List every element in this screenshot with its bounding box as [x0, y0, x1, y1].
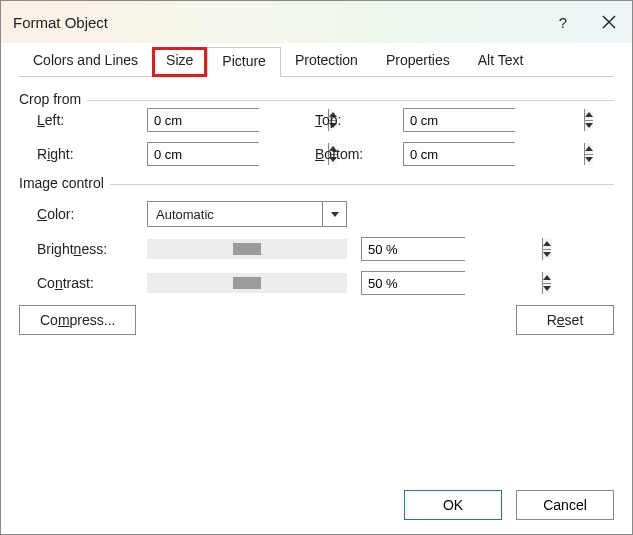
contrast-slider[interactable] [147, 273, 347, 293]
spin-down-icon[interactable] [543, 284, 551, 295]
crop-top-label: Top: [315, 112, 403, 128]
reset-button[interactable]: Reset [516, 305, 614, 335]
brightness-slider[interactable] [147, 239, 347, 259]
spin-up-icon[interactable] [585, 143, 593, 155]
crop-from-section: Crop from [19, 91, 614, 107]
spin-down-icon[interactable] [585, 121, 593, 132]
crop-bottom-label: Bottom: [315, 146, 403, 162]
spin-up-icon[interactable] [585, 109, 593, 121]
brightness-input[interactable] [361, 237, 465, 261]
tab-alt-text[interactable]: Alt Text [464, 47, 538, 77]
ok-button[interactable]: OK [404, 490, 502, 520]
tab-size[interactable]: Size [152, 47, 207, 77]
contrast-input[interactable] [361, 271, 465, 295]
window-title: Format Object [13, 14, 540, 31]
contrast-label: Contrast: [37, 275, 147, 291]
dialog-footer: OK Cancel [1, 476, 632, 534]
close-icon [602, 15, 616, 29]
crop-left-input[interactable] [147, 108, 259, 132]
image-control-section: Image control [19, 175, 614, 191]
brightness-label: Brightness: [37, 241, 147, 257]
close-button[interactable] [586, 1, 632, 43]
crop-left-label: Left: [37, 112, 147, 128]
tab-picture[interactable]: Picture [207, 47, 281, 77]
spin-up-icon[interactable] [543, 238, 551, 250]
help-button[interactable]: ? [540, 1, 586, 43]
tab-bar: Colors and Lines Size Picture Protection… [19, 47, 614, 77]
crop-top-input[interactable] [403, 108, 515, 132]
spin-down-icon[interactable] [585, 155, 593, 166]
slider-thumb[interactable] [233, 277, 261, 289]
color-label: Color: [37, 206, 147, 222]
color-dropdown[interactable]: Automatic [147, 201, 347, 227]
tab-protection[interactable]: Protection [281, 47, 372, 77]
spin-down-icon[interactable] [543, 250, 551, 261]
crop-bottom-input[interactable] [403, 142, 515, 166]
compress-button[interactable]: Compress... [19, 305, 136, 335]
slider-thumb[interactable] [233, 243, 261, 255]
chevron-down-icon [322, 202, 346, 226]
spin-up-icon[interactable] [543, 272, 551, 284]
tab-properties[interactable]: Properties [372, 47, 464, 77]
crop-right-input[interactable] [147, 142, 259, 166]
crop-right-label: Right: [37, 146, 147, 162]
titlebar: Format Object ? [1, 1, 632, 43]
tab-colors-and-lines[interactable]: Colors and Lines [19, 47, 152, 77]
cancel-button[interactable]: Cancel [516, 490, 614, 520]
format-object-dialog: Format Object ? Colors and Lines Size Pi… [0, 0, 633, 535]
